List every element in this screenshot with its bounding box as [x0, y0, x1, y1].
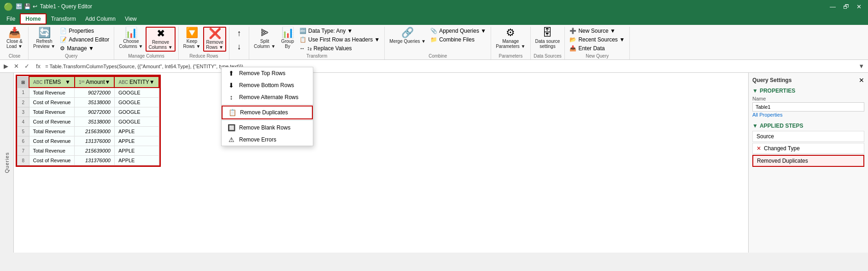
table-row: 3 Total Revenue 90272000 GOOGLE [18, 107, 159, 117]
close-load-icon: 📥 [8, 28, 21, 38]
step-removed-duplicates[interactable]: Removed Duplicates [752, 155, 864, 167]
manage-button[interactable]: ⚙ Manage ▼ [58, 44, 111, 53]
cell-8-entity: APPLE [114, 156, 158, 165]
sort-desc-button[interactable]: ↓ [232, 40, 246, 53]
remove-errors-item[interactable]: ⚠ Remove Errors [222, 134, 313, 146]
remove-alternate-rows-item[interactable]: ↕ Remove Alternate Rows [222, 91, 313, 103]
remove-duplicates-item[interactable]: 📋 Remove Duplicates [222, 106, 313, 119]
properties-collapse-icon[interactable]: ▼ [752, 88, 758, 94]
amount-header[interactable]: 1²³ Amount ▼ [75, 77, 115, 88]
replace-values-icon: ↔ [299, 45, 305, 52]
title-bar-title: Table1 - Query Editor [40, 3, 824, 10]
formula-expand-button[interactable]: ▶ [2, 62, 10, 71]
applied-steps-label: APPLIED STEPS [760, 123, 803, 129]
replace-values-button[interactable]: ↔ ↕₂ Replace Values [298, 44, 381, 53]
refresh-preview-button[interactable]: 🔄 RefreshPreview ▼ [31, 27, 57, 50]
remove-blank-rows-icon: 🔲 [227, 124, 235, 131]
advanced-editor-button[interactable]: 📝 Advanced Editor [58, 35, 111, 44]
table-row: 5 Total Revenue 215639000 APPLE [18, 127, 159, 136]
cell-5-amount: 215639000 [75, 127, 115, 136]
row-num-5: 5 [18, 127, 29, 136]
use-first-row-button[interactable]: 📋 Use First Row as Headers ▼ [298, 35, 381, 44]
table-row: 7 Total Revenue 215639000 APPLE [18, 146, 159, 156]
choose-columns-button[interactable]: 📊 ChooseColumns ▼ [117, 27, 145, 50]
remove-bottom-rows-item[interactable]: ⬇ Remove Bottom Rows [222, 79, 313, 91]
cell-1-items: Total Revenue [29, 88, 75, 98]
properties-icon: 📄 [60, 28, 67, 34]
remove-blank-rows-item[interactable]: 🔲 Remove Blank Rows [222, 122, 313, 134]
menu-view[interactable]: View [120, 14, 141, 24]
menu-home[interactable]: Home [20, 13, 46, 24]
entity-header[interactable]: ABC ENTITY ▼ [114, 77, 158, 88]
step-source[interactable]: Source [752, 131, 864, 142]
items-header-label: ITEMS [44, 79, 61, 85]
keep-rows-icon: 🔽 [186, 28, 198, 38]
items-filter-icon[interactable]: ▼ [65, 79, 70, 85]
data-type-button[interactable]: 🔤 Data Type: Any ▼ [298, 27, 381, 35]
choose-columns-label: ChooseColumns ▼ [119, 39, 143, 49]
formula-confirm-button[interactable]: ✓ [23, 62, 31, 71]
remove-rows-button[interactable]: ❌ RemoveRows ▼ [203, 27, 226, 52]
close-group-label: Close [9, 53, 21, 59]
append-queries-button[interactable]: 📎 Append Queries ▼ [428, 27, 488, 35]
row-num-6: 6 [18, 136, 29, 146]
cell-2-entity: GOOGLE [114, 98, 158, 107]
menu-transform[interactable]: Transform [47, 14, 81, 24]
settings-panel: Query Settings ✕ ▼ PROPERTIES Name All P… [748, 73, 868, 253]
formula-input[interactable] [45, 64, 855, 69]
step-removed-duplicates-label: Removed Duplicates [757, 158, 808, 164]
cell-3-entity: GOOGLE [114, 107, 158, 117]
merge-queries-icon: 🔗 [401, 28, 414, 38]
title-bar: 🟢 🔙 💾 ↩ Table1 - Query Editor — 🗗 ✕ [0, 0, 868, 13]
combine-label: Combine Files [439, 36, 475, 43]
properties-button[interactable]: 📄 Properties [58, 27, 111, 35]
remove-top-rows-item[interactable]: ⬆ Remove Top Rows [222, 67, 313, 79]
cell-4-amount: 35138000 [75, 117, 115, 127]
remove-columns-icon: ✖ [157, 29, 165, 39]
settings-close-button[interactable]: ✕ [859, 77, 864, 84]
merge-queries-label: Merge Queries ▼ [389, 39, 426, 44]
restore-button[interactable]: 🗗 [840, 2, 852, 11]
formula-cancel-button[interactable]: ✕ [12, 62, 21, 71]
menu-file[interactable]: File [2, 14, 20, 24]
applied-steps-section: ▼ APPLIED STEPS Source ✕ Changed Type Re… [752, 123, 864, 167]
step-delete-icon[interactable]: ✕ [757, 145, 761, 152]
data-source-settings-button[interactable]: 🗄 Data sourcesettings [534, 27, 562, 50]
combine-files-button[interactable]: 📁 Combine Files [428, 35, 488, 44]
items-header[interactable]: ABC ITEMS ▼ [29, 77, 75, 88]
close-button[interactable]: ✕ [854, 2, 864, 11]
cell-1-amount: 90272000 [75, 88, 115, 98]
split-column-button[interactable]: ⫸ SplitColumn ▼ [252, 27, 277, 50]
sort-asc-button[interactable]: ↑ [232, 27, 246, 40]
menu-bar: File Home Transform Add Column View [0, 13, 868, 25]
new-source-button[interactable]: ➕ New Source ▼ [568, 27, 627, 35]
use-first-row-label: Use First Row as Headers ▼ [308, 36, 380, 43]
items-type-icon: ABC [33, 80, 43, 85]
close-load-label: Close &Load ▼ [6, 39, 23, 49]
cell-1-entity: GOOGLE [114, 88, 158, 98]
reduce-rows-label: Reduce Rows [189, 53, 218, 59]
window-controls[interactable]: — 🗗 ✕ [827, 2, 864, 11]
entity-filter-icon[interactable]: ▼ [149, 79, 155, 85]
step-changed-type[interactable]: ✕ Changed Type [752, 143, 864, 154]
remove-columns-button[interactable]: ✖ RemoveColumns ▼ [146, 27, 175, 52]
all-properties-link[interactable]: All Properties [752, 112, 782, 118]
formula-dropdown-button[interactable]: ▼ [856, 62, 866, 71]
group-by-button[interactable]: 📊 GroupBy [278, 27, 297, 50]
close-load-button[interactable]: 📥 Close &Load ▼ [5, 27, 24, 50]
remove-columns-label: RemoveColumns ▼ [148, 40, 172, 50]
keep-rows-button[interactable]: 🔽 KeepRows ▼ [182, 27, 203, 50]
entity-type-icon: ABC [118, 80, 128, 85]
name-input[interactable] [752, 102, 864, 112]
merge-queries-button[interactable]: 🔗 Merge Queries ▼ [387, 27, 428, 45]
menu-add-column[interactable]: Add Column [81, 14, 120, 24]
choose-columns-icon: 📊 [125, 28, 137, 38]
manage-parameters-label: ManageParameters ▼ [496, 39, 525, 49]
applied-steps-collapse-icon[interactable]: ▼ [752, 123, 758, 129]
amount-filter-icon[interactable]: ▼ [105, 79, 111, 85]
enter-data-button[interactable]: 📥 Enter Data [568, 44, 627, 53]
minimize-button[interactable]: — [827, 2, 839, 11]
manage-parameters-button[interactable]: ⚙ ManageParameters ▼ [494, 27, 527, 50]
step-changed-type-label: Changed Type [764, 145, 800, 152]
recent-sources-button[interactable]: 📂 Recent Sources ▼ [568, 35, 627, 44]
